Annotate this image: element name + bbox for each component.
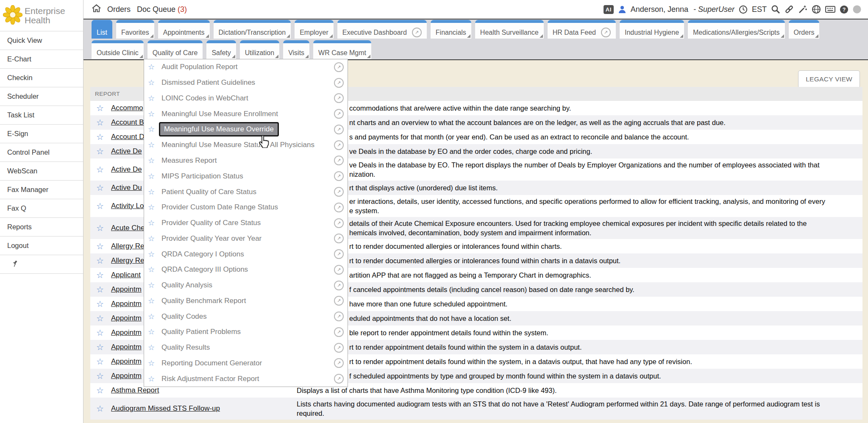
favorite-star-icon[interactable]: ☆: [148, 343, 158, 352]
tab-outside-clinic[interactable]: Outside Clinic: [92, 40, 144, 59]
ai-badge[interactable]: AI: [604, 5, 614, 14]
report-link-appointm[interactable]: Appointm: [111, 300, 142, 308]
menu-item-meaningful-use-measure-override[interactable]: ☆Meaningful Use Measure Override↗: [144, 122, 348, 137]
sidebar-item-webscan[interactable]: WebScan: [0, 161, 83, 180]
favorite-star-icon[interactable]: ☆: [90, 104, 111, 112]
report-link-allergy-re[interactable]: Allergy Re: [111, 256, 144, 264]
tab-utilization[interactable]: Utilization: [240, 40, 279, 59]
user-name[interactable]: Anderson, Jenna: [631, 5, 688, 14]
open-new-window-icon[interactable]: ↗: [334, 203, 344, 212]
tab-financials[interactable]: Financials: [431, 20, 471, 39]
profile-circle-icon[interactable]: [853, 5, 861, 14]
favorite-star-icon[interactable]: ☆: [90, 242, 111, 250]
tab-medications-allergies-scripts[interactable]: Medications/Allergies/Scripts: [688, 20, 785, 39]
favorite-star-icon[interactable]: ☆: [148, 312, 158, 321]
sidebar-item-fax-q[interactable]: Fax Q: [0, 199, 83, 217]
open-new-window-icon[interactable]: ↗: [334, 140, 344, 150]
tab-quality-of-care[interactable]: Quality of Care: [147, 40, 203, 59]
menu-item-loinc-codes-in-webchart[interactable]: ☆LOINC Codes in WebChart↗: [144, 91, 348, 106]
report-link-appointm[interactable]: Appointm: [111, 285, 142, 293]
wand-icon[interactable]: [798, 5, 807, 14]
favorite-star-icon[interactable]: ☆: [90, 165, 111, 174]
menu-item-reporting-document-generator[interactable]: ☆Reporting Document Generator↗: [144, 356, 348, 371]
search-icon[interactable]: [771, 5, 780, 14]
menu-item-meaningful-use-measure-enrollment[interactable]: ☆Meaningful Use Measure Enrollment↗: [144, 106, 348, 122]
favorite-star-icon[interactable]: ☆: [148, 296, 158, 306]
favorite-star-icon[interactable]: ☆: [148, 140, 158, 150]
tab-dictation-transcription[interactable]: Dictation/Transcription: [214, 20, 291, 39]
report-link-appointm[interactable]: Appointm: [111, 357, 142, 365]
tab-orders[interactable]: Orders: [789, 20, 820, 39]
favorite-star-icon[interactable]: ☆: [148, 327, 158, 337]
home-icon[interactable]: [92, 4, 101, 14]
menu-item-qrda-category-i-options[interactable]: ☆QRDA Category I Options↗: [144, 246, 348, 262]
menu-item-audit-population-report[interactable]: ☆Audit Population Report↗: [144, 59, 348, 75]
report-link-appointm[interactable]: Appointm: [111, 328, 142, 337]
sidebar-item-e-chart[interactable]: E-Chart: [0, 50, 83, 68]
report-link-audiogram-missed-sts-follow-up[interactable]: Audiogram Missed STS Follow-up: [111, 404, 220, 412]
menu-item-measures-report[interactable]: ☆Measures Report↗: [144, 153, 348, 169]
open-new-window-icon[interactable]: ↗: [334, 187, 344, 197]
report-link-acute-che[interactable]: Acute Che: [111, 224, 145, 232]
open-new-window-icon[interactable]: ↗: [334, 62, 344, 72]
open-new-window-icon[interactable]: ↗: [334, 281, 344, 290]
open-new-window-icon[interactable]: ↗: [334, 265, 344, 275]
favorite-star-icon[interactable]: ☆: [90, 224, 111, 232]
favorite-star-icon[interactable]: ☆: [148, 125, 158, 134]
favorite-star-icon[interactable]: ☆: [148, 62, 158, 72]
open-new-window-icon[interactable]: ↗: [334, 234, 344, 243]
favorite-star-icon[interactable]: ☆: [90, 300, 111, 308]
tab-list[interactable]: List: [92, 20, 112, 39]
sidebar-item-task-list[interactable]: Task List: [0, 106, 83, 124]
report-link-asthma-report[interactable]: Asthma Report: [111, 386, 159, 394]
menu-item-risk-adjustment-factor-report[interactable]: ☆Risk Adjustment Factor Report↗: [144, 371, 348, 387]
open-new-window-icon[interactable]: ↗: [334, 218, 344, 228]
favorite-star-icon[interactable]: ☆: [148, 187, 158, 197]
tab-visits[interactable]: Visits: [283, 40, 309, 59]
favorite-star-icon[interactable]: ☆: [90, 256, 111, 265]
sidebar-item-logout[interactable]: Logout: [0, 236, 83, 255]
favorite-star-icon[interactable]: ☆: [148, 234, 158, 243]
pin-icon[interactable]: [11, 259, 19, 269]
open-new-window-icon[interactable]: ↗: [334, 125, 344, 134]
open-new-window-icon[interactable]: ↗: [334, 93, 344, 103]
favorite-star-icon[interactable]: ☆: [148, 203, 158, 212]
open-new-window-icon[interactable]: ↗: [334, 171, 344, 181]
report-link-active-du[interactable]: Active Du: [111, 184, 142, 192]
menu-item-provider-quality-of-care-status[interactable]: ☆Provider Quality of Care Status↗: [144, 215, 348, 231]
favorite-star-icon[interactable]: ☆: [90, 404, 111, 413]
tab-hr-data-feed[interactable]: HR Data Feed↗: [548, 20, 616, 39]
tab-wr-case-mgmt[interactable]: WR Case Mgmt: [313, 40, 371, 59]
open-new-window-icon[interactable]: ↗: [334, 296, 344, 306]
open-new-window-icon[interactable]: ↗: [334, 343, 344, 353]
tab-industrial-hygiene[interactable]: Industrial Hygiene: [620, 20, 684, 39]
open-new-window-icon[interactable]: ↗: [334, 374, 344, 384]
clock-icon[interactable]: [739, 5, 748, 14]
globe-icon[interactable]: [812, 5, 821, 14]
menu-item-quality-patient-problems[interactable]: ☆Quality Patient Problems↗: [144, 324, 348, 340]
sidebar-item-e-sign[interactable]: E-Sign: [0, 124, 83, 143]
report-link-active-de[interactable]: Active De: [111, 165, 142, 173]
favorite-star-icon[interactable]: ☆: [148, 250, 158, 259]
favorite-star-icon[interactable]: ☆: [148, 359, 158, 368]
report-link-applicant[interactable]: Applicant: [111, 271, 141, 279]
favorite-star-icon[interactable]: ☆: [148, 78, 158, 87]
favorite-star-icon[interactable]: ☆: [90, 372, 111, 380]
favorite-star-icon[interactable]: ☆: [148, 94, 158, 103]
favorite-star-icon[interactable]: ☆: [90, 202, 111, 210]
favorite-star-icon[interactable]: ☆: [90, 147, 111, 156]
open-new-window-icon[interactable]: ↗: [334, 109, 344, 119]
favorite-star-icon[interactable]: ☆: [90, 314, 111, 323]
favorite-star-icon[interactable]: ☆: [90, 118, 111, 127]
menu-item-dismissed-patient-guidelines[interactable]: ☆Dismissed Patient Guidelines↗: [144, 75, 348, 91]
menu-item-patient-quality-of-care-status[interactable]: ☆Patient Quality of Care Status↗: [144, 184, 348, 200]
sidebar-item-fax-manager[interactable]: Fax Manager: [0, 180, 83, 199]
menu-item-quality-codes[interactable]: ☆Quality Codes↗: [144, 309, 348, 324]
report-link-active-de[interactable]: Active De: [111, 147, 142, 155]
tab-favorites[interactable]: Favorites: [116, 20, 154, 39]
open-new-window-icon[interactable]: ↗: [334, 156, 344, 165]
tab-executive-dashboard[interactable]: Executive Dashboard↗: [337, 20, 427, 39]
report-link-appointm[interactable]: Appointm: [111, 343, 142, 351]
favorite-star-icon[interactable]: ☆: [90, 133, 111, 141]
menu-item-quality-analysis[interactable]: ☆Quality Analysis↗: [144, 278, 348, 293]
